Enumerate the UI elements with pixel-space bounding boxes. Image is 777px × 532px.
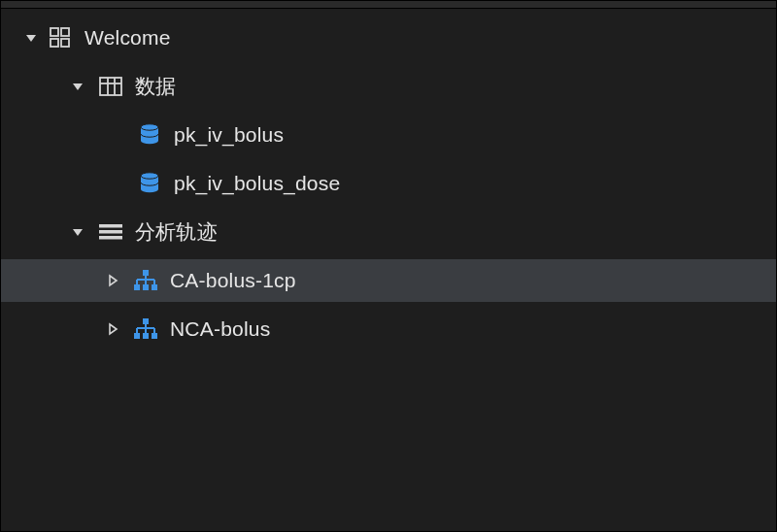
panel-topbar bbox=[1, 1, 776, 9]
expander-down-icon[interactable] bbox=[69, 78, 86, 95]
svg-rect-6 bbox=[100, 78, 121, 95]
tree-item-analysis-group[interactable]: 分析轨迹 bbox=[1, 211, 776, 253]
dashboard-icon bbox=[48, 25, 73, 50]
tree-item-analysis[interactable]: NCA-bolus bbox=[1, 308, 776, 350]
tree-item-label: 数据 bbox=[135, 73, 176, 100]
table-icon bbox=[98, 74, 123, 99]
svg-rect-29 bbox=[143, 318, 149, 324]
svg-rect-2 bbox=[61, 28, 69, 36]
svg-rect-31 bbox=[143, 333, 149, 339]
svg-rect-20 bbox=[134, 284, 140, 290]
tree-item-label: 分析轨迹 bbox=[135, 218, 218, 246]
tree-item-data-group[interactable]: 数据 bbox=[1, 65, 776, 108]
svg-rect-32 bbox=[152, 333, 157, 339]
expander-down-icon[interactable] bbox=[22, 29, 40, 47]
svg-rect-17 bbox=[99, 236, 122, 240]
expander-right-icon[interactable] bbox=[104, 272, 121, 289]
sitemap-icon bbox=[133, 316, 158, 342]
svg-marker-18 bbox=[110, 276, 117, 285]
svg-marker-0 bbox=[26, 35, 36, 42]
tree-item-label: pk_iv_bolus_dose bbox=[174, 172, 340, 195]
tree-item-welcome[interactable]: Welcome bbox=[1, 17, 776, 59]
expander-right-icon[interactable] bbox=[104, 320, 121, 338]
svg-rect-30 bbox=[134, 333, 140, 339]
svg-rect-21 bbox=[143, 284, 149, 290]
list-icon bbox=[98, 219, 123, 245]
svg-rect-1 bbox=[51, 28, 58, 36]
tree-item-dataset[interactable]: pk_iv_bolus_dose bbox=[1, 162, 776, 205]
tree-item-analysis[interactable]: CA-bolus-1cp bbox=[1, 259, 776, 302]
svg-rect-22 bbox=[152, 284, 157, 290]
tree-panel: Welcome 数据 bbox=[0, 0, 777, 532]
svg-rect-19 bbox=[143, 270, 149, 276]
svg-rect-4 bbox=[61, 39, 69, 47]
svg-rect-16 bbox=[99, 230, 122, 234]
tree-item-label: pk_iv_bolus bbox=[174, 123, 284, 147]
expander-down-icon[interactable] bbox=[69, 223, 86, 241]
svg-marker-5 bbox=[73, 83, 83, 90]
database-icon bbox=[137, 122, 162, 148]
svg-marker-14 bbox=[73, 229, 83, 236]
tree-item-label: NCA-bolus bbox=[170, 317, 270, 341]
tree-item-dataset[interactable]: pk_iv_bolus bbox=[1, 114, 776, 156]
tree-item-label: CA-bolus-1cp bbox=[170, 269, 296, 292]
svg-rect-3 bbox=[51, 39, 58, 47]
tree-view: Welcome 数据 bbox=[1, 9, 776, 350]
svg-rect-15 bbox=[99, 224, 122, 228]
sitemap-icon bbox=[133, 268, 158, 293]
tree-item-label: Welcome bbox=[84, 26, 171, 50]
svg-marker-28 bbox=[110, 324, 117, 334]
database-icon bbox=[137, 171, 162, 196]
